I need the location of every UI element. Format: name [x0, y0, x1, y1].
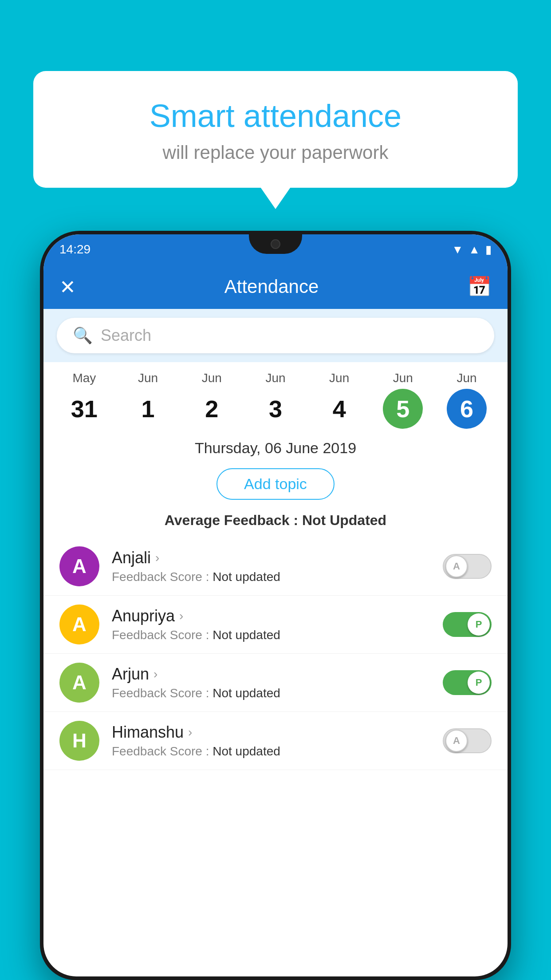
battery-icon: ▮: [485, 243, 492, 257]
cal-day-0[interactable]: May 31: [55, 371, 113, 429]
cal-month-2: Jun: [202, 371, 222, 385]
calendar-strip: May 31 Jun 1 Jun 2 Jun 3 Jun 4 Jun 5: [43, 362, 508, 429]
student-item-anupriya: A Anupriya › Feedback Score : Not update…: [43, 596, 508, 654]
toggle-container-anupriya[interactable]: P: [443, 612, 492, 637]
search-placeholder: Search: [101, 326, 151, 345]
toggle-anjali[interactable]: A: [443, 554, 492, 579]
toggle-anupriya[interactable]: P: [443, 612, 492, 637]
chevron-icon-himanshu: ›: [188, 725, 192, 739]
student-item-arjun: A Arjun › Feedback Score : Not updated P: [43, 654, 508, 712]
status-icons: ▼ ▲ ▮: [452, 243, 492, 257]
chevron-icon-anupriya: ›: [179, 609, 183, 623]
toggle-knob-himanshu: A: [445, 730, 468, 752]
student-item-himanshu: H Himanshu › Feedback Score : Not update…: [43, 712, 508, 770]
avg-feedback-value: Not Updated: [302, 512, 386, 528]
student-name-anupriya[interactable]: Anupriya ›: [112, 607, 430, 625]
cal-num-1: 1: [128, 389, 168, 429]
notch: [249, 234, 302, 254]
cal-month-4: Jun: [329, 371, 349, 385]
speech-bubble-container: Smart attendance will replace your paper…: [33, 71, 518, 188]
student-info-anjali: Anjali › Feedback Score : Not updated: [112, 549, 430, 584]
app-bar: ✕ Attendance 📅: [43, 265, 508, 309]
speech-bubble-subtitle: will replace your paperwork: [60, 142, 491, 163]
cal-num-5: 5: [383, 389, 423, 429]
chevron-icon-anjali: ›: [155, 551, 159, 565]
cal-day-2[interactable]: Jun 2: [183, 371, 240, 429]
toggle-container-arjun[interactable]: P: [443, 670, 492, 695]
cal-month-1: Jun: [138, 371, 158, 385]
student-feedback-anupriya: Feedback Score : Not updated: [112, 628, 430, 642]
toggle-container-anjali[interactable]: A: [443, 554, 492, 579]
search-icon: 🔍: [73, 326, 93, 345]
avatar-arjun: A: [59, 663, 99, 703]
cal-day-3[interactable]: Jun 3: [247, 371, 304, 429]
search-container: 🔍 Search: [43, 309, 508, 362]
cal-month-3: Jun: [265, 371, 285, 385]
status-time: 14:29: [59, 242, 91, 257]
selected-date: Thursday, 06 June 2019: [43, 429, 508, 464]
student-name-arjun[interactable]: Arjun ›: [112, 665, 430, 684]
add-topic-container: Add topic: [43, 464, 508, 509]
toggle-himanshu[interactable]: A: [443, 728, 492, 753]
cal-num-2: 2: [192, 389, 232, 429]
cal-month-6: Jun: [457, 371, 476, 385]
speech-bubble-title: Smart attendance: [60, 98, 491, 134]
avg-feedback: Average Feedback : Not Updated: [43, 509, 508, 537]
status-bar: 14:29 ▼ ▲ ▮: [43, 234, 508, 265]
student-feedback-anjali: Feedback Score : Not updated: [112, 570, 430, 584]
cal-num-0: 31: [64, 389, 104, 429]
toggle-knob-arjun: P: [468, 672, 490, 694]
cal-num-6: 6: [447, 389, 487, 429]
avatar-anupriya: A: [59, 605, 99, 644]
cal-num-4: 4: [319, 389, 359, 429]
signal-icon: ▲: [468, 243, 480, 257]
cal-day-5[interactable]: Jun 5: [374, 371, 432, 429]
student-info-arjun: Arjun › Feedback Score : Not updated: [112, 665, 430, 700]
avatar-anjali: A: [59, 546, 99, 586]
cal-day-6[interactable]: Jun 6: [438, 371, 496, 429]
calendar-icon[interactable]: 📅: [467, 275, 492, 298]
cal-day-1[interactable]: Jun 1: [119, 371, 177, 429]
cal-month-5: Jun: [393, 371, 413, 385]
avatar-himanshu: H: [59, 721, 99, 761]
toggle-knob-anupriya: P: [468, 613, 490, 636]
cal-month-0: May: [72, 371, 96, 385]
wifi-icon: ▼: [452, 243, 464, 257]
student-name-himanshu[interactable]: Himanshu ›: [112, 723, 430, 742]
avg-feedback-label: Average Feedback :: [165, 512, 298, 528]
speech-bubble: Smart attendance will replace your paper…: [33, 71, 518, 188]
cal-num-3: 3: [256, 389, 295, 429]
phone-inner: 14:29 ▼ ▲ ▮ ✕ Attendance 📅 🔍 Search May …: [43, 234, 508, 976]
toggle-knob-anjali: A: [445, 555, 468, 577]
student-name-anjali[interactable]: Anjali ›: [112, 549, 430, 567]
toggle-arjun[interactable]: P: [443, 670, 492, 695]
toggle-container-himanshu[interactable]: A: [443, 728, 492, 753]
close-icon[interactable]: ✕: [59, 276, 76, 298]
student-info-anupriya: Anupriya › Feedback Score : Not updated: [112, 607, 430, 642]
student-feedback-arjun: Feedback Score : Not updated: [112, 686, 430, 700]
student-feedback-himanshu: Feedback Score : Not updated: [112, 744, 430, 759]
student-list: A Anjali › Feedback Score : Not updated …: [43, 537, 508, 770]
student-info-himanshu: Himanshu › Feedback Score : Not updated: [112, 723, 430, 759]
add-topic-button[interactable]: Add topic: [216, 468, 335, 500]
student-item-anjali: A Anjali › Feedback Score : Not updated …: [43, 537, 508, 596]
notch-camera: [271, 239, 280, 249]
search-bar[interactable]: 🔍 Search: [57, 318, 494, 353]
app-title: Attendance: [224, 276, 319, 297]
chevron-icon-arjun: ›: [153, 667, 157, 681]
cal-day-4[interactable]: Jun 4: [311, 371, 368, 429]
phone-frame: 14:29 ▼ ▲ ▮ ✕ Attendance 📅 🔍 Search May …: [40, 231, 511, 980]
